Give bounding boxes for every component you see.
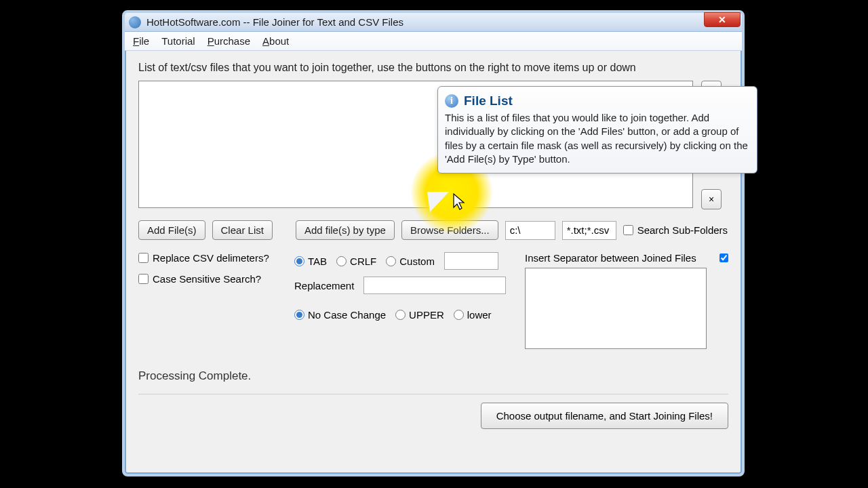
add-by-type-button[interactable]: Add file(s) by type bbox=[296, 220, 395, 240]
tooltip-body: This is a list of files that you would l… bbox=[445, 111, 750, 166]
file-list-area: × i File List This is a list of files th… bbox=[138, 81, 728, 211]
info-icon: i bbox=[445, 94, 458, 108]
radio-upper[interactable]: UPPER bbox=[395, 309, 444, 321]
remove-item-button[interactable]: × bbox=[701, 189, 722, 209]
window-title: HotHotSoftware.com -- File Joiner for Te… bbox=[146, 16, 403, 28]
case-radio-group: No Case Change UPPER lower bbox=[294, 309, 525, 321]
menubar: File Tutorial Purchase About bbox=[125, 32, 742, 51]
radio-lower[interactable]: lower bbox=[454, 309, 492, 321]
radio-crlf[interactable]: CRLF bbox=[336, 256, 376, 267]
menu-file[interactable]: File bbox=[133, 35, 149, 47]
radio-custom[interactable]: Custom bbox=[386, 256, 435, 267]
tooltip-title: File List bbox=[464, 94, 513, 108]
tooltip-file-list: i File List This is a list of files that… bbox=[437, 86, 757, 174]
app-icon bbox=[129, 16, 141, 28]
instruction-text: List of text/csv files that you want to … bbox=[138, 62, 728, 74]
close-button[interactable]: ✕ bbox=[704, 12, 741, 27]
clear-list-button[interactable]: Clear List bbox=[212, 220, 273, 240]
menu-about[interactable]: About bbox=[262, 35, 289, 47]
separator-textarea[interactable] bbox=[525, 268, 707, 349]
radio-tab[interactable]: TAB bbox=[294, 256, 327, 267]
case-sensitive-checkbox[interactable]: Case Sensitive Search? bbox=[138, 273, 294, 285]
custom-delimiter-input[interactable] bbox=[444, 252, 498, 270]
start-joining-button[interactable]: Choose output filename, and Start Joinin… bbox=[481, 403, 728, 429]
menu-purchase[interactable]: Purchase bbox=[208, 35, 250, 47]
replacement-input[interactable] bbox=[363, 277, 506, 294]
delimiter-radio-group: TAB CRLF Custom bbox=[294, 252, 525, 270]
replacement-label: Replacement bbox=[294, 280, 354, 291]
replace-delimiters-checkbox[interactable]: Replace CSV delimeters? bbox=[138, 252, 294, 264]
client-area: List of text/csv files that you want to … bbox=[125, 51, 742, 436]
search-subfolders-checkbox[interactable]: Search Sub-Folders bbox=[623, 224, 728, 236]
radio-no-case[interactable]: No Case Change bbox=[294, 309, 386, 321]
titlebar[interactable]: HotHotSoftware.com -- File Joiner for Te… bbox=[125, 13, 742, 32]
status-text: Processing Complete. bbox=[138, 369, 728, 383]
mask-input[interactable] bbox=[562, 221, 616, 240]
browse-folders-button[interactable]: Browse Folders... bbox=[401, 220, 498, 240]
close-icon: ✕ bbox=[718, 14, 726, 25]
menu-tutorial[interactable]: Tutorial bbox=[161, 35, 195, 47]
insert-separator-checkbox[interactable] bbox=[719, 253, 728, 262]
add-files-button[interactable]: Add File(s) bbox=[138, 220, 205, 240]
app-window: HotHotSoftware.com -- File Joiner for Te… bbox=[122, 10, 745, 476]
path-input[interactable] bbox=[505, 221, 555, 240]
insert-separator-label: Insert Separator between Joined Files bbox=[525, 252, 696, 264]
divider bbox=[138, 394, 728, 394]
file-buttons-row: Add File(s) Clear List Add file(s) by ty… bbox=[138, 220, 728, 240]
